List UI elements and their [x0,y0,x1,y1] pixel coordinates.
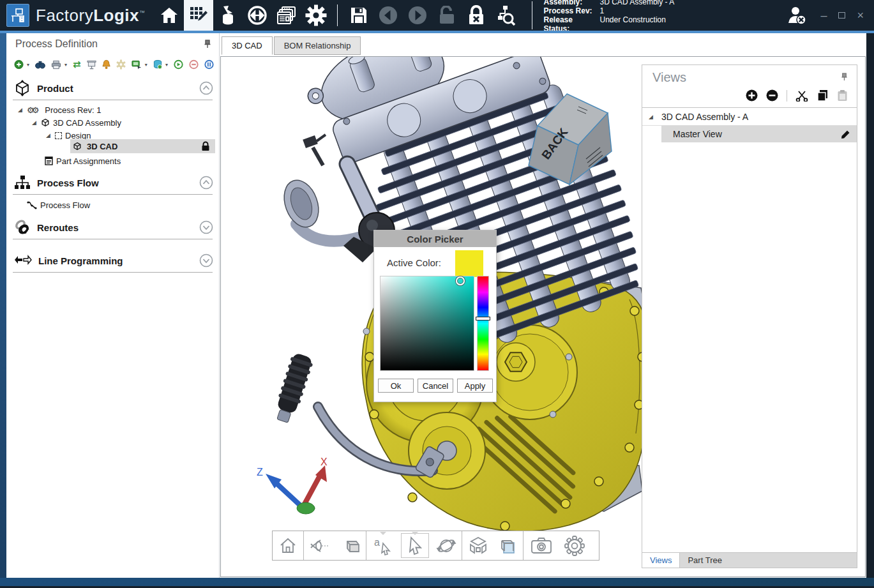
dropdown-arrow[interactable] [412,532,418,535]
tree-item-process-flow[interactable]: Process Flow [6,198,220,212]
nav-settings-button[interactable] [301,0,331,31]
unlock-button[interactable] [432,0,462,31]
views-tree-master-view[interactable]: Master View [661,126,857,142]
title-bar: FactoryLogix™ [0,0,874,31]
select-text-button[interactable]: a [366,531,399,560]
screenshot-button[interactable] [523,531,559,560]
gear-button[interactable] [116,59,126,70]
dropdown-arrow[interactable] [380,532,386,535]
process-rev-label: Process Rev: [544,6,600,15]
back-button[interactable] [373,0,403,31]
user-logout-button[interactable] [787,5,809,26]
add-view-button[interactable] [746,89,758,102]
expander-icon[interactable]: ◢ [46,132,54,139]
print-button[interactable] [51,60,61,70]
nav-sync-button[interactable] [243,0,272,31]
close-button[interactable]: × [857,9,864,22]
nav-home-button[interactable] [154,0,184,31]
assembly-info-block: Assembly:3D CAD Assembly - A Process Rev… [532,1,675,29]
nav-documents-button[interactable] [272,0,301,31]
collapse-up-icon[interactable] [199,81,213,95]
tree-item-part-assignments[interactable]: Part Assignments [6,155,220,167]
section-reroutes[interactable]: Reroutes [6,216,220,239]
tree-item-cad-assembly[interactable]: ◢ 3D CAD Assembly [6,116,220,129]
expander-icon[interactable]: ◢ [32,119,40,126]
tab-bom-relationship[interactable]: BOM Relationship [274,36,361,55]
section-product[interactable]: Product [6,77,220,100]
pin-icon[interactable] [204,40,211,49]
tree-item-3d-cad-selected[interactable]: 3D CAD [70,139,215,153]
process-flow-icon [14,175,31,190]
apply-button[interactable]: Apply [457,379,493,393]
hue-marker[interactable] [476,317,490,320]
tab-part-tree[interactable]: Part Tree [680,553,729,568]
sync-exchange-button[interactable]: ⇄ [73,59,81,70]
edit-pencil-icon[interactable] [841,130,850,139]
shaded-view-button[interactable] [336,531,366,560]
tab-views[interactable]: Views [642,553,680,568]
axis-triad: Z X [257,456,328,514]
stop-button[interactable] [189,59,199,70]
app-title: FactoryLogix™ [36,6,146,26]
save-button[interactable] [344,0,373,31]
view-cube[interactable]: BACK [529,94,612,185]
expander-icon[interactable]: ◢ [649,114,656,120]
cube-icon [73,142,82,151]
nav-material-button[interactable] [213,0,243,31]
orbit-button[interactable] [431,531,462,560]
paste-button[interactable] [837,89,848,102]
flow-search-button[interactable] [491,0,520,31]
line-programming-icon [14,254,32,267]
home-view-button[interactable] [273,531,303,560]
dialog-title-bar[interactable]: Color Picker [374,230,496,247]
pause-button[interactable] [204,59,214,70]
print-caret[interactable]: ▾ [64,62,67,68]
ok-button[interactable]: Ok [378,379,414,393]
tab-3d-cad[interactable]: 3D CAD [222,36,273,55]
expand-down-icon[interactable] [199,220,213,234]
maximize-button[interactable] [838,12,845,19]
lock-close-button[interactable] [462,0,491,31]
section-plane-button[interactable] [494,531,523,560]
pin-icon[interactable] [841,73,848,81]
select-button[interactable] [399,531,431,560]
minimize-button[interactable]: – [820,12,827,19]
search-button[interactable] [35,60,45,70]
nav-process-definition-button[interactable] [184,0,213,31]
3d-viewport[interactable]: BACK Z X Color Picker Active Color: [220,56,866,577]
lock-icon [201,141,210,151]
sketch-icon [55,132,62,139]
section-process-flow[interactable]: Process Flow [6,171,220,194]
forward-button[interactable] [403,0,432,31]
export-button[interactable] [132,60,142,70]
views-tree-root[interactable]: ◢ 3D CAD Assembly - A [642,108,857,126]
viewport-settings-button[interactable] [559,531,591,560]
expand-down-icon[interactable] [199,253,213,268]
add-button[interactable] [14,59,24,70]
reroutes-icon [14,219,31,236]
export-caret[interactable]: ▾ [145,62,147,68]
assembly-value: 3D CAD Assembly - A [600,0,675,6]
section-line-programming[interactable]: Line Programming [6,249,220,272]
collapse-up-icon[interactable] [199,176,213,190]
database-button[interactable] [153,59,162,70]
copy-button[interactable] [817,89,829,102]
start-button[interactable] [174,59,183,70]
presentation-button[interactable] [87,60,96,70]
axis-z-label: Z [257,467,263,478]
cut-button[interactable] [795,90,808,102]
add-caret[interactable]: ▾ [27,62,29,68]
saturation-value-field[interactable] [380,276,474,371]
hue-slider[interactable] [477,276,489,371]
bell-button[interactable] [102,59,110,70]
tree-item-process-rev[interactable]: ◢ ⚙⚙ Process Rev: 1 [6,103,220,116]
sv-marker[interactable] [456,276,465,285]
cancel-button[interactable]: Cancel [418,379,453,393]
exploded-view-button[interactable] [462,531,494,560]
views-panel: Views ◢ 3D CAD Assembly - A M [642,64,857,568]
expander-icon[interactable]: ◢ [18,107,26,113]
database-caret[interactable]: ▾ [165,62,168,68]
view-orientation-button[interactable] [303,531,336,560]
cube-icon [41,118,50,127]
remove-view-button[interactable] [766,89,778,102]
